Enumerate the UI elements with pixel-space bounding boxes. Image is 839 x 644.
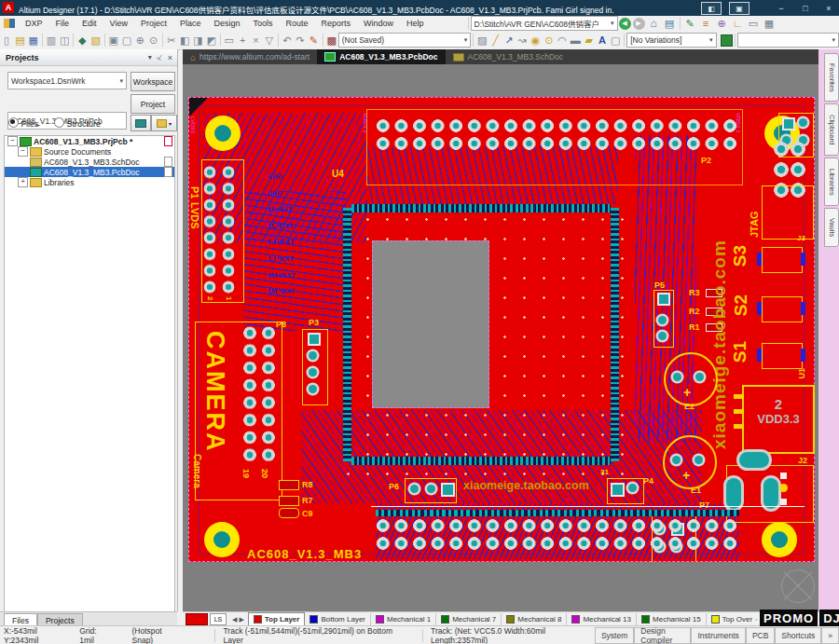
layer-sets-icon[interactable]: ≡ xyxy=(698,16,714,31)
place-string-icon[interactable]: A xyxy=(596,33,609,48)
project-button[interactable]: Project xyxy=(131,94,175,114)
document-icon[interactable]: ▤ xyxy=(662,16,678,31)
zoom-in-icon[interactable]: ⊕ xyxy=(133,33,146,48)
extra-combo[interactable]: ▾ xyxy=(737,33,839,48)
place-region-icon[interactable]: ▰ xyxy=(583,33,596,48)
tab-schdoc[interactable]: AC608_V1.3_MB3.SchDoc xyxy=(446,49,571,64)
workspace-combo[interactable]: Workspace1.DsnWrk▾ xyxy=(7,72,127,89)
corner-tool-icon[interactable]: ∟ xyxy=(730,16,746,31)
brush-icon[interactable]: ✎ xyxy=(307,33,320,48)
sketch-tool-icon[interactable]: ✎ xyxy=(682,16,698,31)
layer-tab-mech13[interactable]: Mechanical 13 xyxy=(567,613,637,625)
layer-stack-icon[interactable]: ◆ xyxy=(76,33,89,48)
layer-tab-bottom[interactable]: Bottom Layer xyxy=(305,613,371,625)
scroll-left-icon[interactable]: ◀ xyxy=(232,616,237,623)
menu-reports[interactable]: Reports xyxy=(315,19,358,28)
zoom-document-icon[interactable]: ▣ xyxy=(107,33,120,48)
layer-tab-top[interactable]: Top Layer xyxy=(248,612,306,626)
select-area-icon[interactable]: ▭ xyxy=(223,33,236,48)
open-document-icon[interactable]: ▤ xyxy=(13,33,26,48)
board-view-icon[interactable]: ▩ xyxy=(324,33,337,48)
cut-icon[interactable]: ✂ xyxy=(165,33,178,48)
place-fill-icon[interactable]: ▬ xyxy=(569,33,582,48)
place-component-icon[interactable]: ▢ xyxy=(609,33,622,48)
expander-icon[interactable]: + xyxy=(18,177,28,187)
snapshot-combo[interactable]: (Not Saved)▾ xyxy=(338,33,472,48)
open-project-icon[interactable]: ▧ xyxy=(89,33,102,48)
zoom-selection-icon[interactable]: ⊙ xyxy=(147,33,160,48)
home-icon[interactable]: ⌂ xyxy=(646,16,662,31)
save-icon[interactable]: ▦ xyxy=(27,33,40,48)
tree-item-schdoc[interactable]: AC608_V1.3_MB3.SchDoc xyxy=(5,157,174,167)
interactive-route-icon[interactable]: ↗ xyxy=(502,33,516,48)
expander-icon[interactable]: − xyxy=(18,146,28,157)
expander-icon[interactable]: − xyxy=(7,136,18,146)
layer-tab-mech7[interactable]: Mechanical 7 xyxy=(436,613,502,625)
overflow-button[interactable]: » xyxy=(821,627,839,644)
validate-button[interactable] xyxy=(131,115,151,131)
open-folder-button[interactable]: ▾ xyxy=(151,115,177,131)
place-via-icon[interactable]: ⊙ xyxy=(543,33,556,48)
menu-help[interactable]: Help xyxy=(400,19,431,28)
tab-libraries[interactable]: Libraries xyxy=(824,158,839,206)
files-radio[interactable]: Files xyxy=(8,117,39,129)
tab-altium-start[interactable]: ⌂ https://www.altium.com/ad-start xyxy=(183,49,317,64)
shortcuts-button[interactable]: Shortcuts xyxy=(775,627,821,644)
minimize-button[interactable]: − xyxy=(770,1,792,15)
hatch-region-icon[interactable]: ▨ xyxy=(475,33,488,48)
menu-route[interactable]: Route xyxy=(279,19,314,28)
system-button[interactable]: System xyxy=(595,627,634,644)
panel-pin-icon[interactable]: ⊥ xyxy=(155,52,165,62)
menu-design[interactable]: Design xyxy=(207,19,246,28)
close-button[interactable]: × xyxy=(818,1,839,15)
tab-files[interactable]: Files xyxy=(4,613,37,626)
variations-combo[interactable]: [No Variations]▾ xyxy=(626,33,716,48)
structure-radio[interactable]: Structure xyxy=(54,117,101,129)
layer-sets-button[interactable]: LS xyxy=(210,613,227,625)
print-icon[interactable]: ▥ xyxy=(45,33,58,48)
tab-vaults[interactable]: Vaults xyxy=(824,208,839,247)
menu-edit[interactable]: Edit xyxy=(76,19,103,28)
panel-menu-icon[interactable]: ▾ xyxy=(148,53,152,62)
tab-favorites[interactable]: Favorites xyxy=(824,53,839,102)
layer-tab-mech1[interactable]: Mechanical 1 xyxy=(371,613,436,625)
back-icon[interactable]: ◀ xyxy=(619,18,631,30)
dxp-icon[interactable] xyxy=(4,19,15,28)
design-compiler-button[interactable]: Design Compiler xyxy=(634,627,691,644)
menu-file[interactable]: File xyxy=(49,19,76,28)
paste-array-icon[interactable]: ◩ xyxy=(205,33,218,48)
panel-close-icon[interactable]: × xyxy=(168,53,172,62)
maximize-button[interactable]: □ xyxy=(794,1,817,15)
move-icon[interactable]: + xyxy=(236,33,249,48)
cross-probe-icon[interactable]: × xyxy=(249,33,262,48)
menu-view[interactable]: View xyxy=(103,19,134,28)
paste-icon[interactable]: ◨ xyxy=(191,33,204,48)
diff-pair-route-icon[interactable]: ↝ xyxy=(516,33,529,48)
titlebar-extra1-icon[interactable]: ◧ xyxy=(701,2,722,15)
tab-clipboard[interactable]: Clipboard xyxy=(824,103,839,156)
layer-tab-mech15[interactable]: Mechanical 15 xyxy=(637,613,707,625)
tab-pcbdoc-active[interactable]: AC608_V1.3_MB3.PcbDoc xyxy=(317,49,445,64)
net-tool-icon[interactable]: ⊕ xyxy=(714,16,730,31)
new-document-icon[interactable]: ▯ xyxy=(0,33,13,48)
window-tool-icon[interactable]: ▭ xyxy=(746,16,762,31)
titlebar-extra2-icon[interactable]: ▣ xyxy=(729,2,750,15)
place-pad-icon[interactable]: ◉ xyxy=(529,33,542,48)
copy-icon[interactable]: ◧ xyxy=(178,33,191,48)
tree-item-pcbdoc-selected[interactable]: AC608_V1.3_MB3.PcbDoc xyxy=(5,167,174,177)
workspace-button[interactable]: Workspace xyxy=(131,72,175,91)
grid-tool-icon[interactable]: ▦ xyxy=(762,16,777,31)
tree-item-libraries[interactable]: + Libraries xyxy=(5,177,174,187)
pcb-button[interactable]: PCB xyxy=(746,627,775,644)
navigation-path-combo[interactable]: D:\Stitch\AVR GEN\AC608供销客户▾ xyxy=(471,16,618,31)
pcb-canvas[interactable]: VDD3.3 VDD3.3 LVDS1 P2 JTAG J3 P1LVDS 2 … xyxy=(183,64,818,611)
place-line-icon[interactable]: ╱ xyxy=(488,33,502,48)
menu-place[interactable]: Place xyxy=(173,19,208,28)
menu-project[interactable]: Project xyxy=(134,19,173,28)
scroll-right-icon[interactable]: ▶ xyxy=(239,616,243,623)
variant-icon[interactable] xyxy=(721,34,734,47)
redo-icon[interactable]: ↷ xyxy=(294,33,307,48)
menu-dxp[interactable]: DXP xyxy=(19,19,49,28)
clear-filter-icon[interactable]: ▽ xyxy=(263,33,276,48)
zoom-area-icon[interactable]: ▢ xyxy=(120,33,133,48)
